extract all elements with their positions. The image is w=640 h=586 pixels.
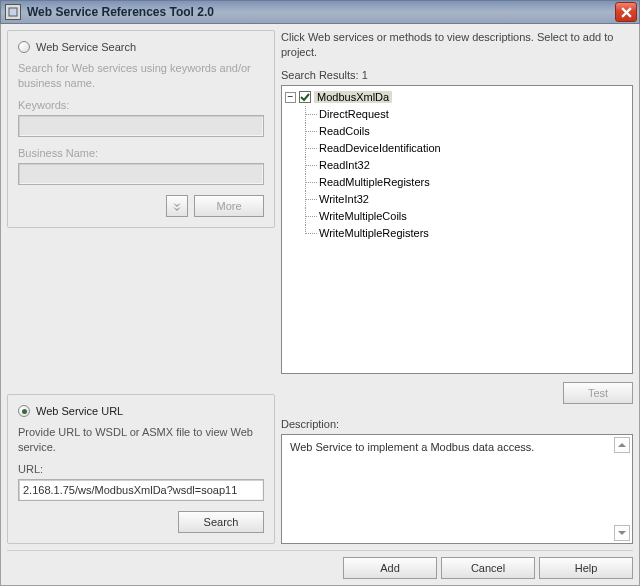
tree-leaf-label: WriteMultipleCoils xyxy=(319,210,407,222)
search-button-label: Search xyxy=(204,516,239,528)
window-title: Web Service References Tool 2.0 xyxy=(27,5,214,19)
url-label: URL: xyxy=(18,463,264,475)
close-button[interactable] xyxy=(615,2,637,22)
tree-leaf[interactable]: ReadInt32 xyxy=(301,157,629,174)
root-checkbox[interactable] xyxy=(299,91,311,103)
tree-connector xyxy=(301,157,319,174)
tree-connector xyxy=(301,123,319,140)
tree-leaf-label: ReadInt32 xyxy=(319,159,370,171)
description-text: Web Service to implement a Modbus data a… xyxy=(290,441,624,453)
web-service-url-radio[interactable] xyxy=(18,405,30,417)
more-button-label: More xyxy=(216,200,241,212)
tree-leaf[interactable]: WriteMultipleRegisters xyxy=(301,225,629,242)
results-tree[interactable]: − ModbusXmlDa DirectRequestReadCoilsRead… xyxy=(281,85,633,374)
description-scroll-down[interactable] xyxy=(614,525,630,541)
root-label: ModbusXmlDa xyxy=(314,91,392,103)
description-box: Web Service to implement a Modbus data a… xyxy=(281,434,633,544)
tree-leaf-label: ReadCoils xyxy=(319,125,370,137)
titlebar[interactable]: Web Service References Tool 2.0 xyxy=(0,0,640,24)
chevron-up-icon xyxy=(618,441,626,449)
search-hint: Search for Web services using keywords a… xyxy=(18,61,264,91)
add-button[interactable]: Add xyxy=(343,557,437,579)
tree-connector xyxy=(301,174,319,191)
more-chevron-button xyxy=(166,195,188,217)
cancel-button-label: Cancel xyxy=(471,562,505,574)
add-button-label: Add xyxy=(380,562,400,574)
more-button: More xyxy=(194,195,264,217)
business-name-input xyxy=(18,163,264,185)
tree-connector xyxy=(301,208,319,225)
tree-leaf-label: DirectRequest xyxy=(319,108,389,120)
instruction-text: Click Web services or methods to view de… xyxy=(281,30,633,61)
tree-leaf[interactable]: ReadMultipleRegisters xyxy=(301,174,629,191)
help-button[interactable]: Help xyxy=(539,557,633,579)
search-results-label: Search Results: 1 xyxy=(281,69,633,81)
keywords-input xyxy=(18,115,264,137)
web-service-search-title: Web Service Search xyxy=(36,41,136,53)
chevron-down-icon xyxy=(171,200,183,212)
url-hint: Provide URL to WSDL or ASMX file to view… xyxy=(18,425,264,455)
web-service-search-radio[interactable] xyxy=(18,41,30,53)
description-scroll-up[interactable] xyxy=(614,437,630,453)
description-label: Description: xyxy=(281,418,633,430)
tree-leaf[interactable]: DirectRequest xyxy=(301,106,629,123)
tree-connector xyxy=(301,225,319,242)
chevron-down-icon xyxy=(618,529,626,537)
web-service-search-group: Web Service Search Search for Web servic… xyxy=(7,30,275,228)
cancel-button[interactable]: Cancel xyxy=(441,557,535,579)
tree-leaf[interactable]: ReadDeviceIdentification xyxy=(301,140,629,157)
business-name-label: Business Name: xyxy=(18,147,264,159)
help-button-label: Help xyxy=(575,562,598,574)
tree-leaf[interactable]: ReadCoils xyxy=(301,123,629,140)
tree-leaf[interactable]: WriteMultipleCoils xyxy=(301,208,629,225)
expander-icon[interactable]: − xyxy=(285,92,296,103)
tree-leaf-label: ReadDeviceIdentification xyxy=(319,142,441,154)
tree-connector xyxy=(301,191,319,208)
tree-connector xyxy=(301,140,319,157)
svg-rect-0 xyxy=(9,8,17,16)
tree-leaf-label: ReadMultipleRegisters xyxy=(319,176,430,188)
url-input[interactable] xyxy=(18,479,264,501)
test-button: Test xyxy=(563,382,633,404)
tree-connector xyxy=(301,106,319,123)
web-service-url-title: Web Service URL xyxy=(36,405,123,417)
search-button[interactable]: Search xyxy=(178,511,264,533)
test-button-label: Test xyxy=(588,387,608,399)
footer: Add Cancel Help xyxy=(7,550,633,579)
check-icon xyxy=(300,92,310,102)
tree-leaf-label: WriteInt32 xyxy=(319,193,369,205)
tree-leaf-label: WriteMultipleRegisters xyxy=(319,227,429,239)
window-icon xyxy=(5,4,21,20)
tree-leaf[interactable]: WriteInt32 xyxy=(301,191,629,208)
tree-root-node[interactable]: − ModbusXmlDa xyxy=(285,89,629,106)
web-service-url-group: Web Service URL Provide URL to WSDL or A… xyxy=(7,394,275,544)
keywords-label: Keywords: xyxy=(18,99,264,111)
